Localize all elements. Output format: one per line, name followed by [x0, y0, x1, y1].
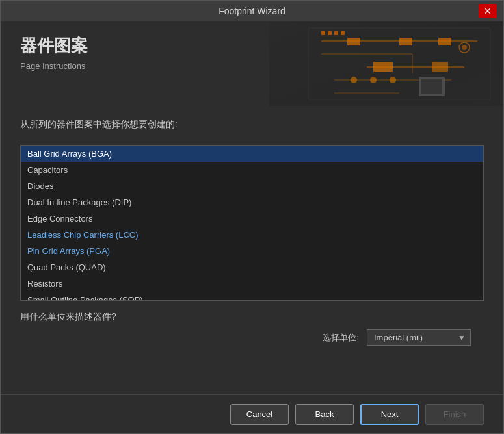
close-button[interactable]: ✕ — [479, 4, 497, 18]
list-label: 从所列的器件图案中选择你想要创建的: — [20, 119, 484, 131]
titlebar: Footprint Wizard ✕ — [1, 1, 503, 21]
main-window: Footprint Wizard ✕ 器件图案 Page Instruction… — [0, 0, 504, 434]
next-button[interactable]: Next — [360, 404, 419, 425]
svg-point-17 — [390, 77, 396, 83]
list-item[interactable]: Edge Connectors — [21, 211, 483, 227]
listbox-container: Ball Grid Arrays (BGA)CapacitorsDiodesDu… — [20, 145, 484, 301]
svg-point-15 — [351, 77, 357, 83]
page-instructions: Page Instructions — [20, 61, 88, 71]
back-button[interactable]: Back — [295, 404, 354, 425]
next-shortcut: N — [381, 409, 387, 419]
next-label: Next — [381, 409, 399, 419]
header-text: 器件图案 Page Instructions — [1, 21, 107, 106]
unit-section: 用什么单位来描述器件? 选择单位: Imperial (mil)Metric (… — [20, 311, 484, 346]
svg-rect-12 — [432, 62, 448, 72]
svg-rect-19 — [421, 79, 442, 94]
content-area: 从所列的器件图案中选择你想要创建的: Ball Grid Arrays (BGA… — [1, 106, 503, 394]
svg-rect-21 — [328, 31, 332, 35]
finish-button[interactable]: Finish — [425, 404, 484, 425]
list-item[interactable]: Pin Grid Arrays (PGA) — [21, 243, 483, 259]
svg-point-16 — [370, 77, 377, 83]
cancel-button[interactable]: Cancel — [230, 404, 289, 425]
list-item[interactable]: Small Outline Packages (SOP) — [21, 292, 483, 301]
svg-rect-20 — [321, 31, 325, 35]
list-item[interactable]: Diodes — [21, 178, 483, 194]
header-area: 器件图案 Page Instructions — [1, 21, 503, 106]
svg-rect-22 — [334, 31, 338, 35]
svg-rect-11 — [373, 62, 393, 72]
svg-rect-10 — [438, 38, 451, 45]
window-title: Footprint Wizard — [25, 6, 479, 16]
main-title: 器件图案 — [20, 34, 88, 57]
list-item[interactable]: Capacitors — [21, 162, 483, 178]
svg-point-14 — [462, 45, 467, 50]
unit-label: 用什么单位来描述器件? — [20, 311, 484, 323]
list-item[interactable]: Leadless Chip Carriers (LCC) — [21, 227, 483, 243]
unit-dropdown[interactable]: Imperial (mil)Metric (mm) — [367, 329, 471, 346]
footer: Cancel Back Next Finish — [1, 394, 503, 433]
svg-rect-9 — [399, 38, 412, 45]
svg-rect-23 — [341, 31, 345, 35]
footprint-listbox[interactable]: Ball Grid Arrays (BGA)CapacitorsDiodesDu… — [20, 145, 484, 301]
svg-rect-8 — [347, 38, 360, 45]
header-image — [269, 21, 503, 106]
unit-select-label: 选择单位: — [323, 332, 359, 344]
unit-dropdown-wrapper: Imperial (mil)Metric (mm) ▼ — [367, 329, 471, 346]
list-item[interactable]: Dual In-line Packages (DIP) — [21, 194, 483, 211]
list-item[interactable]: Ball Grid Arrays (BGA) — [21, 146, 483, 162]
list-item[interactable]: Resistors — [21, 275, 483, 292]
list-item[interactable]: Quad Packs (QUAD) — [21, 259, 483, 275]
unit-row: 选择单位: Imperial (mil)Metric (mm) ▼ — [20, 329, 484, 346]
back-label: Back — [315, 409, 334, 419]
back-shortcut: B — [315, 409, 321, 419]
